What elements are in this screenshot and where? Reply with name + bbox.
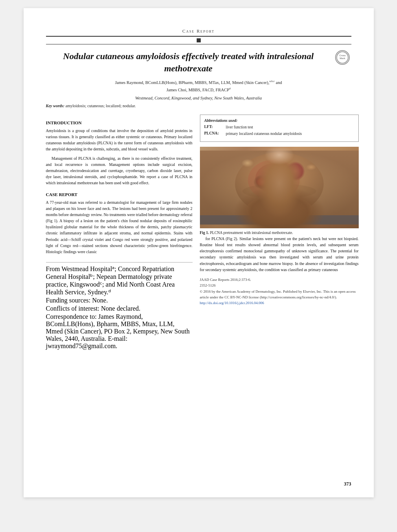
figure-1: Fig 1. PLCNA pretreatment with intralesi…	[200, 147, 359, 236]
abbrev-def-plcna: primary localized cutaneous nodular amyl…	[226, 131, 354, 137]
left-footnotes: From Westmead Hospitalᵃ; Concord Repatri…	[46, 262, 193, 350]
crossmark-circle: Cross Mark	[335, 50, 350, 65]
figure-svg	[200, 147, 359, 228]
svg-rect-3	[200, 150, 359, 224]
case-report-header: Case Report	[46, 29, 351, 44]
footnote-4: Correspondence to: James Raymond, BComLL…	[46, 313, 193, 350]
affiliation: Westmead, Concord, Kingswood, and Sydney…	[46, 96, 351, 100]
keywords-text: amyloidosis; cutaneous; localized; nodul…	[66, 104, 136, 108]
svg-text:Cross: Cross	[339, 54, 346, 57]
svg-point-5	[248, 160, 299, 201]
svg-point-7	[268, 162, 294, 183]
page-number: 373	[344, 481, 351, 487]
abbrev-term-lft: LFT:	[204, 125, 223, 130]
journal-doi: http://dx.doi.org/10.1016/j.jdcr.2016.04…	[200, 300, 359, 306]
case-report-para1: A 77-year-old man was referred to a derm…	[46, 199, 193, 255]
right-column: Abbreviations used: LFT: liver function …	[200, 115, 359, 351]
figure-caption-text: PLCNA pretreatment with intralesional me…	[210, 231, 293, 235]
intro-para2: Management of PLCNA is challenging, as t…	[46, 155, 193, 186]
journal-copyright: © 2016 by the American Academy of Dermat…	[200, 289, 359, 300]
abbrev-lft: LFT: liver function test	[204, 125, 354, 130]
two-column-layout: Introduction Amyloidosis is a group of c…	[46, 115, 351, 351]
abbrev-def-lft: liver function test	[226, 125, 354, 130]
authors: James Raymond, BComLLB(Hons), BPharm, MB…	[46, 79, 351, 93]
svg-rect-11	[200, 215, 359, 225]
right-para1: for PLCNA (Fig 2). Similar lesions were …	[200, 236, 359, 273]
journal-issn: 2352-5126	[200, 283, 359, 288]
case-report-heading: Case Report	[46, 192, 193, 197]
abbreviations-box: Abbreviations used: LFT: liver function …	[200, 115, 359, 142]
left-column: Introduction Amyloidosis is a group of c…	[46, 115, 193, 351]
footnote-2: Funding sources: None.	[46, 297, 193, 304]
introduction-heading: Introduction	[46, 120, 193, 125]
figure-1-caption: Fig 1. PLCNA pretreatment with intralesi…	[200, 230, 359, 236]
journal-info: JAAD Case Reports 2016;2:373-6. 2352-512…	[200, 277, 359, 306]
article-title: Nodular cutaneous amyloidosis effectivel…	[46, 50, 331, 74]
header-square-decoration	[197, 38, 201, 42]
page: Case Report Nodular cutaneous amyloidosi…	[24, 8, 374, 497]
title-section: Nodular cutaneous amyloidosis effectivel…	[46, 50, 351, 74]
case-report-body: A 77-year-old man was referred to a derm…	[46, 199, 193, 255]
svg-point-10	[242, 183, 316, 198]
figure-label: Fig 1.	[200, 231, 209, 235]
right-column-body: for PLCNA (Fig 2). Similar lesions were …	[200, 236, 359, 273]
svg-point-9	[246, 195, 312, 225]
author-line2: James Choi, MBBS, FACD, FRACP	[167, 87, 229, 92]
introduction-body: Amyloidosis is a group of conditions tha…	[46, 128, 193, 186]
svg-point-8	[253, 174, 272, 189]
header-label: Case Report	[182, 29, 215, 33]
keywords-label: Key words:	[46, 104, 65, 108]
crossmark-logo: Cross Mark	[335, 50, 351, 66]
svg-text:Mark: Mark	[340, 57, 345, 60]
abbrev-plcna: PLCNA: primary localized cutaneous nodul…	[204, 131, 354, 137]
svg-point-4	[235, 152, 324, 215]
footnote-3: Conflicts of interest: None declared.	[46, 305, 193, 312]
svg-point-6	[255, 163, 292, 193]
abbrev-term-plcna: PLCNA:	[204, 131, 223, 137]
doi-link[interactable]: http://dx.doi.org/10.1016/j.jdcr.2016.04…	[200, 301, 264, 305]
abbrev-title: Abbreviations used:	[204, 118, 354, 123]
journal-citation: JAAD Case Reports 2016;2:373-6.	[200, 277, 359, 283]
author-sup1: a,b,c	[269, 79, 274, 83]
figure-1-image	[200, 147, 359, 228]
author-sup2: d	[229, 87, 231, 90]
footnote-1: From Westmead Hospitalᵃ; Concord Repatri…	[46, 265, 193, 296]
keywords: Key words: amyloidosis; cutaneous; local…	[46, 104, 351, 108]
intro-para1: Amyloidosis is a group of conditions tha…	[46, 128, 193, 152]
author-line1: James Raymond, BComLLB(Hons), BPharm, MB…	[115, 80, 269, 85]
